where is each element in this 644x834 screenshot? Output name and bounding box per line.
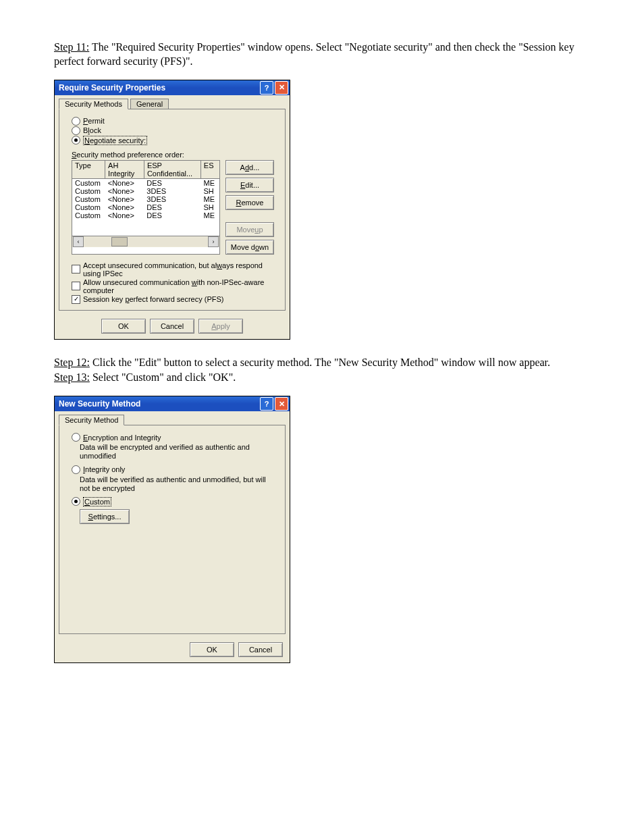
new-security-method-window: New Security Method ? ✕ Security Method … (54, 396, 290, 663)
step12-label: Step 12: (54, 357, 90, 368)
step13-text: Step 13: Select "Custom" and click "OK". (54, 371, 590, 385)
list-header: Type AH Integrity ESP Confidential... ES (72, 161, 219, 179)
radio-custom[interactable]: Custom (72, 497, 278, 506)
checkbox-icon (72, 295, 80, 304)
table-row[interactable]: Custom<None>DESSH (72, 203, 219, 211)
close-icon[interactable]: ✕ (275, 81, 288, 95)
step12-text: Step 12: Click the "Edit" button to sele… (54, 356, 590, 370)
tab-security-methods[interactable]: Security Methods (59, 99, 128, 109)
cancel-button[interactable]: Cancel (150, 319, 194, 334)
checkbox-accept-unsecured[interactable]: Accept unsecured communication, but alwa… (72, 261, 278, 278)
checkbox-icon (72, 265, 80, 273)
radio-icon (72, 465, 80, 474)
encryption-desc: Data will be encrypted and verified as a… (80, 443, 278, 461)
settings-button[interactable]: Settings... (80, 509, 130, 524)
table-row[interactable]: Custom<None>3DESME (72, 195, 219, 203)
close-icon[interactable]: ✕ (275, 397, 288, 411)
scroll-left-icon[interactable]: ‹ (73, 236, 84, 247)
titlebar[interactable]: New Security Method ? ✕ (55, 396, 290, 411)
tab-body: Permit Block Negotiate security: Securit… (59, 109, 286, 311)
integrity-desc: Data will be verified as authentic and u… (80, 475, 278, 493)
ok-button[interactable]: OK (101, 319, 146, 334)
checkbox-pfs[interactable]: Session key perfect forward secrecy (PFS… (72, 295, 278, 304)
apply-button[interactable]: Apply (198, 319, 243, 334)
radio-icon (72, 136, 80, 145)
tab-general[interactable]: General (130, 99, 169, 109)
radio-icon (72, 497, 80, 506)
add-button[interactable]: Add... (225, 160, 274, 175)
require-security-properties-window: Require Security Properties ? ✕ Security… (54, 80, 290, 340)
radio-icon (72, 126, 80, 135)
checkbox-allow-unsecured[interactable]: Allow unsecured communication with non-I… (72, 278, 278, 294)
scroll-right-icon[interactable]: › (208, 236, 219, 247)
radio-icon (72, 117, 80, 126)
tab-body: Encryption and Integrity Data will be en… (59, 425, 286, 634)
step11-label: Step 11: (54, 41, 89, 53)
step11-text: Step 11: The "Required Security Properti… (54, 41, 590, 69)
remove-button[interactable]: Remove (225, 195, 274, 210)
tab-security-method[interactable]: Security Method (59, 415, 124, 425)
radio-integrity-only[interactable]: Integrity only (72, 465, 278, 474)
radio-encryption-integrity[interactable]: Encryption and Integrity (72, 433, 278, 442)
move-down-button[interactable]: Move down (225, 240, 274, 255)
edit-button[interactable]: Edit... (225, 178, 274, 192)
scroll-thumb[interactable] (111, 237, 128, 246)
ok-button[interactable]: OK (190, 642, 234, 657)
preference-order-label: Security method preference order: (72, 151, 278, 159)
help-icon[interactable]: ? (260, 81, 273, 95)
checkbox-icon (72, 282, 80, 290)
step13-label: Step 13: (54, 371, 90, 383)
tabstrip: Security Method (55, 411, 290, 425)
window-title: New Security Method (59, 399, 259, 409)
move-up-button[interactable]: Move up (225, 222, 274, 237)
table-row[interactable]: Custom<None>DESME (72, 211, 219, 219)
horizontal-scrollbar[interactable]: ‹ › (72, 236, 219, 247)
security-methods-list[interactable]: Type AH Integrity ESP Confidential... ES… (72, 160, 220, 255)
table-row[interactable]: Custom<None>3DESSH (72, 187, 219, 195)
cancel-button[interactable]: Cancel (238, 642, 283, 657)
tabstrip: Security Methods General (55, 95, 290, 109)
radio-negotiate[interactable]: Negotiate security: (72, 136, 278, 145)
titlebar[interactable]: Require Security Properties ? ✕ (55, 80, 290, 95)
radio-icon (72, 433, 80, 442)
help-icon[interactable]: ? (260, 397, 273, 411)
window-title: Require Security Properties (59, 83, 259, 93)
radio-permit[interactable]: Permit (72, 117, 278, 126)
radio-block[interactable]: Block (72, 126, 278, 135)
table-row[interactable]: Custom<None>DESME (72, 179, 219, 187)
list-body: Custom<None>DESME Custom<None>3DESSH Cus… (72, 179, 219, 236)
